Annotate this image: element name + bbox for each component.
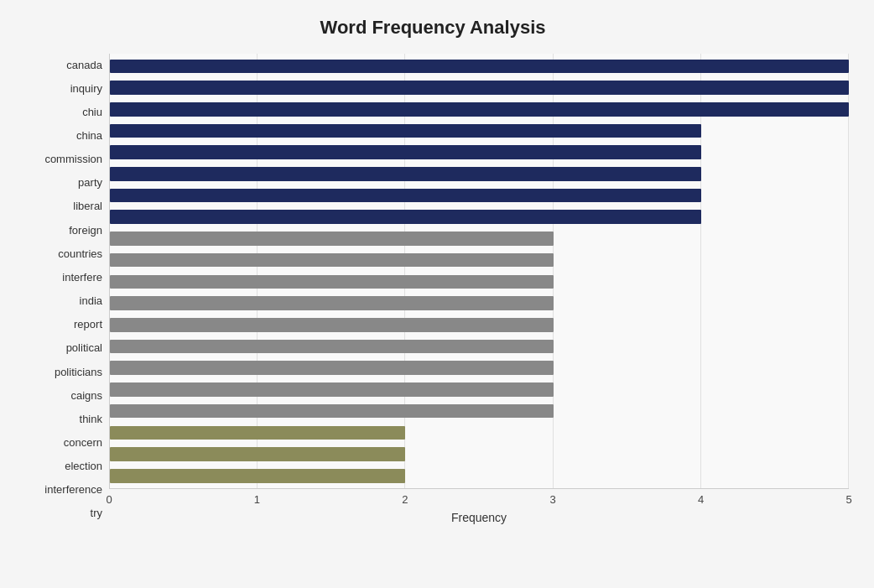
bar-row [110, 98, 849, 120]
bar [110, 340, 554, 354]
y-axis: canadainquirychiuchinacommissionpartylib… [17, 54, 109, 524]
x-tick: 2 [402, 493, 408, 506]
y-label: interference [44, 479, 102, 501]
bar-row [110, 314, 849, 336]
x-tick: 1 [254, 493, 260, 506]
y-label: foreign [69, 219, 102, 241]
bar [110, 124, 701, 138]
bar-row [110, 185, 849, 206]
x-tick: 0 [106, 493, 112, 506]
y-label: chiu [82, 101, 102, 122]
y-label: party [78, 172, 102, 194]
chart-container: Word Frequency Analysis canadainquirychi… [0, 0, 874, 588]
bar [110, 382, 554, 397]
bar [110, 210, 701, 224]
bar-row [110, 206, 849, 228]
bar [110, 232, 554, 246]
bar-row [110, 77, 849, 99]
chart-title: Word Frequency Analysis [17, 17, 849, 39]
bar-row [110, 120, 849, 142]
bar-row [110, 444, 849, 466]
y-label: political [66, 337, 102, 359]
bar [110, 361, 554, 375]
bar [110, 469, 405, 483]
bar-row [110, 379, 849, 401]
bar [110, 404, 554, 419]
bar [110, 102, 849, 117]
y-label: commission [44, 148, 102, 170]
y-label: election [65, 455, 102, 477]
bar-row [110, 293, 849, 315]
y-label: report [74, 314, 102, 336]
x-tick: 4 [698, 493, 704, 506]
bar [110, 275, 554, 289]
y-label: china [76, 124, 102, 146]
bar-row [110, 164, 849, 185]
bar [110, 145, 701, 159]
y-label: think [80, 408, 102, 429]
y-label: try [91, 502, 102, 524]
x-axis-label: Frequency [109, 511, 849, 524]
bars-list [110, 54, 849, 488]
bar-row [110, 249, 849, 271]
y-label: politicians [55, 361, 102, 382]
bar [110, 296, 554, 310]
bar-row [110, 228, 849, 250]
y-label: caigns [70, 384, 102, 406]
bar [110, 447, 405, 461]
y-label: countries [58, 242, 102, 264]
bar-row [110, 271, 849, 293]
chart-area: canadainquirychiuchinacommissionpartylib… [17, 54, 849, 524]
bar-row [110, 357, 849, 379]
bar [110, 81, 849, 95]
bar [110, 189, 701, 203]
bar-row [110, 400, 849, 422]
bar [110, 60, 849, 74]
bar-row [110, 422, 849, 444]
bar-row [110, 465, 849, 487]
bar [110, 167, 701, 181]
bar-row [110, 142, 849, 164]
y-label: liberal [73, 195, 102, 217]
x-axis: 012345 [109, 489, 849, 506]
bar-row [110, 336, 849, 357]
x-tick: 3 [550, 493, 556, 506]
bar [110, 253, 554, 268]
x-tick: 5 [845, 493, 851, 506]
y-label: concern [64, 432, 102, 454]
bar-row [110, 55, 849, 77]
bar [110, 318, 554, 332]
bars-area [109, 54, 849, 489]
y-label: inquiry [70, 77, 102, 99]
bars-and-xaxis: 012345 Frequency [109, 54, 849, 524]
y-label: interfere [62, 266, 102, 288]
y-label: canada [66, 54, 102, 75]
bar [110, 426, 405, 440]
y-label: india [80, 290, 102, 312]
